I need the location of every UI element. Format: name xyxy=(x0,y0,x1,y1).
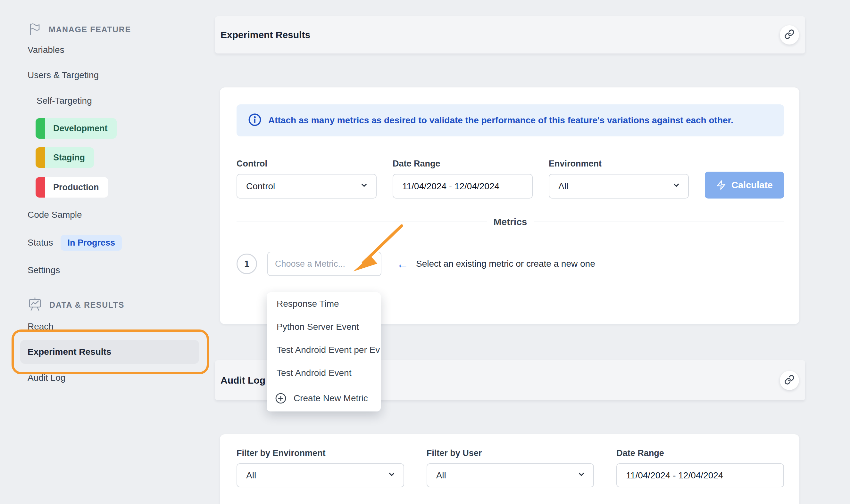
sidebar-item-status[interactable]: Status In Progress xyxy=(28,234,122,252)
filter-user-label: Filter by User xyxy=(427,448,594,458)
control-select[interactable]: Control xyxy=(237,174,377,199)
control-label: Control xyxy=(237,159,377,169)
sidebar-item-env-staging[interactable]: Staging xyxy=(36,147,94,168)
experiment-results-header-bar: Experiment Results xyxy=(215,16,805,53)
step-number-badge: 1 xyxy=(237,254,257,274)
menu-item-python-server-event[interactable]: Python Server Event xyxy=(267,316,381,339)
sidebar-item-experiment-results[interactable]: Experiment Results xyxy=(20,340,199,364)
chevron-down-icon xyxy=(365,258,375,270)
sidebar: MANAGE FEATURE Variables Users & Targeti… xyxy=(0,0,215,504)
filter-user-select[interactable]: All xyxy=(427,463,594,487)
date-range-input[interactable]: 11/04/2024 - 12/04/2024 xyxy=(393,174,533,199)
metrics-heading: Metrics xyxy=(487,216,533,227)
filter-environment-select[interactable]: All xyxy=(237,463,404,487)
choose-metric-select[interactable]: Choose a Metric... xyxy=(267,252,381,276)
lightning-icon xyxy=(716,180,726,190)
manage-feature-label: MANAGE FEATURE xyxy=(49,25,131,34)
sidebar-section-manage-feature: MANAGE FEATURE xyxy=(28,22,131,37)
staging-label: Staging xyxy=(45,153,94,163)
calculate-button[interactable]: Calculate xyxy=(705,172,784,199)
create-new-metric-button[interactable]: Create New Metric xyxy=(267,385,381,412)
metric-dropdown-menu: Response Time Python Server Event Test A… xyxy=(267,292,381,412)
environment-label: Environment xyxy=(549,159,689,169)
data-results-label: DATA & RESULTS xyxy=(49,300,124,310)
environment-select[interactable]: All xyxy=(549,174,689,199)
left-arrow-icon: ← xyxy=(397,258,409,270)
filter-environment-label: Filter by Environment xyxy=(237,448,404,458)
link-icon xyxy=(784,29,795,41)
production-color-bar xyxy=(36,177,45,198)
audit-log-filters-card: Filter by Environment All Filter by User… xyxy=(220,434,800,504)
metric-helper-text: Select an existing metric or create a ne… xyxy=(416,259,595,269)
audit-log-title: Audit Log xyxy=(221,375,265,386)
copy-link-button[interactable] xyxy=(780,371,799,390)
audit-filters-row: Filter by Environment All Filter by User… xyxy=(237,448,784,487)
info-banner: Attach as many metrics as desired to val… xyxy=(237,104,784,137)
menu-item-test-android-event[interactable]: Test Android Event xyxy=(267,361,381,384)
chevron-down-icon xyxy=(672,180,681,192)
metrics-divider: Metrics xyxy=(237,216,784,227)
staging-color-bar xyxy=(36,147,45,168)
sidebar-item-variables[interactable]: Variables xyxy=(28,43,65,57)
sidebar-item-users-targeting[interactable]: Users & Targeting xyxy=(28,68,99,82)
status-label: Status xyxy=(28,238,53,248)
date-range-label: Date Range xyxy=(393,159,533,169)
info-banner-text: Attach as many metrics as desired to val… xyxy=(268,115,733,126)
audit-date-range-label: Date Range xyxy=(617,448,784,458)
controls-row: Control Control Date Range 11/04/2024 - … xyxy=(237,159,784,199)
development-color-bar xyxy=(36,118,45,139)
development-label: Development xyxy=(45,124,117,133)
metric-row: 1 Choose a Metric... ← Select an existin… xyxy=(237,252,784,276)
sidebar-item-code-sample[interactable]: Code Sample xyxy=(28,208,82,222)
metric-helper: ← Select an existing metric or create a … xyxy=(397,258,595,270)
plus-circle-icon xyxy=(275,393,287,404)
page-title: Experiment Results xyxy=(221,30,310,40)
sidebar-section-data-results: DATA & RESULTS xyxy=(28,296,124,313)
production-label: Production xyxy=(45,182,108,193)
audit-date-range-input[interactable]: 11/04/2024 - 12/04/2024 xyxy=(617,463,784,487)
info-icon xyxy=(248,113,262,128)
chevron-down-icon xyxy=(577,469,586,481)
menu-item-response-time[interactable]: Response Time xyxy=(267,292,381,316)
chevron-down-icon xyxy=(387,469,397,481)
sidebar-item-self-targeting[interactable]: Self-Targeting xyxy=(37,94,92,108)
metric-select-placeholder: Choose a Metric... xyxy=(275,259,345,269)
menu-item-test-android-event-per-ev[interactable]: Test Android Event per Ev xyxy=(267,339,381,361)
sidebar-item-settings[interactable]: Settings xyxy=(28,263,60,277)
link-icon xyxy=(784,375,795,386)
experiment-results-card: Attach as many metrics as desired to val… xyxy=(220,87,800,324)
chevron-down-icon xyxy=(359,180,369,192)
sidebar-item-env-development[interactable]: Development xyxy=(36,118,117,139)
status-badge: In Progress xyxy=(60,235,122,251)
flag-icon xyxy=(28,22,42,37)
sidebar-item-audit-log[interactable]: Audit Log xyxy=(28,371,65,385)
presentation-chart-icon xyxy=(28,296,42,313)
copy-link-button[interactable] xyxy=(780,25,799,44)
sidebar-item-env-production[interactable]: Production xyxy=(36,177,108,198)
